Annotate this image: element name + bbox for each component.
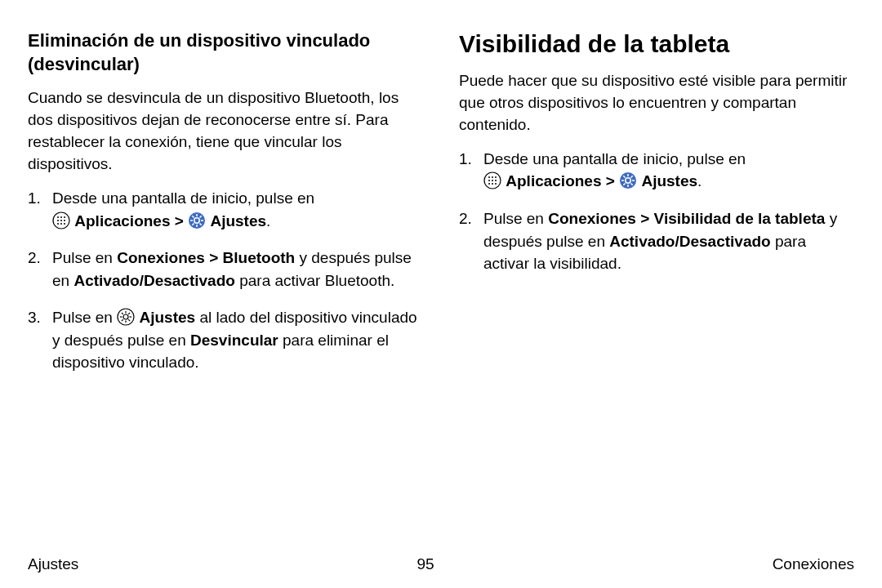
step-text: Desde una pantalla de inicio, pulse en [483, 150, 746, 167]
step-text: Pulse en [483, 210, 548, 227]
bold-text: Ajustes [140, 309, 196, 326]
bold-text: Activado/Desactivado [609, 233, 770, 250]
apps-icon [52, 212, 70, 229]
left-column: Eliminación de un dispositivo vinculado … [28, 29, 423, 389]
svg-line-26 [122, 313, 123, 314]
svg-point-1 [57, 216, 59, 218]
step-end: . [266, 212, 270, 229]
bold-text: Conexiones > Visibilidad de la tableta [548, 210, 825, 227]
apps-icon [483, 172, 501, 189]
svg-point-21 [123, 314, 128, 319]
svg-point-5 [60, 220, 62, 221]
svg-point-32 [492, 176, 493, 178]
right-intro: Puede hacer que su dispositivo esté visi… [459, 70, 854, 136]
svg-point-2 [60, 216, 62, 218]
svg-point-38 [492, 183, 493, 185]
svg-line-27 [128, 319, 130, 321]
footer-left: Ajustes [28, 555, 78, 573]
bold-text: Activado/Desactivado [74, 272, 234, 289]
right-step-2: Pulse en Conexiones > Visibilidad de la … [459, 207, 854, 275]
settings-label: Ajustes [641, 172, 697, 189]
settings-label: Ajustes [210, 212, 266, 229]
svg-point-9 [64, 223, 65, 225]
left-step-1: Desde una pantalla de inicio, pulse en A… [28, 187, 423, 232]
svg-point-36 [495, 180, 497, 181]
footer-right: Conexiones [773, 555, 854, 573]
step-text: Pulse en [52, 249, 117, 266]
left-step-3: Pulse en Ajustes al lado del dispositivo… [28, 306, 423, 374]
step-text: para activar Bluetooth. [235, 272, 394, 289]
left-subheading: Eliminación de un dispositivo vinculado … [28, 29, 423, 76]
gear-icon [188, 212, 206, 229]
svg-point-35 [492, 180, 493, 181]
sep: > [602, 172, 620, 189]
svg-point-6 [64, 220, 65, 221]
right-heading: Visibilidad de la tableta [459, 29, 854, 59]
step-text: Desde una pantalla de inicio, pulse en [52, 189, 314, 207]
apps-label: Aplicaciones [74, 212, 170, 229]
right-column: Visibilidad de la tableta Puede hacer qu… [459, 29, 854, 389]
left-steps: Desde una pantalla de inicio, pulse en A… [28, 187, 423, 374]
svg-point-4 [57, 220, 59, 221]
svg-point-34 [488, 180, 490, 181]
step-text: Pulse en [52, 309, 117, 326]
gear-icon [619, 172, 637, 189]
apps-label: Aplicaciones [506, 172, 601, 189]
right-step-1: Desde una pantalla de inicio, pulse en A… [459, 148, 854, 193]
svg-point-37 [488, 183, 490, 185]
svg-line-28 [128, 313, 130, 314]
right-steps: Desde una pantalla de inicio, pulse en A… [459, 148, 854, 275]
svg-line-29 [122, 319, 123, 321]
svg-point-8 [60, 223, 62, 225]
step-end: . [697, 172, 702, 189]
left-intro: Cuando se desvincula de un dispositivo B… [28, 87, 423, 176]
svg-point-39 [495, 183, 497, 185]
svg-point-31 [488, 176, 490, 178]
left-step-2: Pulse en Conexiones > Bluetooth y despué… [28, 247, 423, 292]
sep: > [171, 212, 189, 229]
bold-text: Desvincular [190, 332, 278, 349]
page-footer: Ajustes 95 Conexiones [28, 555, 854, 573]
svg-point-3 [64, 216, 65, 218]
svg-point-7 [57, 223, 59, 225]
bold-text: Conexiones > Bluetooth [117, 249, 295, 266]
svg-point-33 [495, 176, 497, 178]
footer-page-number: 95 [416, 555, 434, 573]
gear-outline-icon [117, 308, 135, 326]
